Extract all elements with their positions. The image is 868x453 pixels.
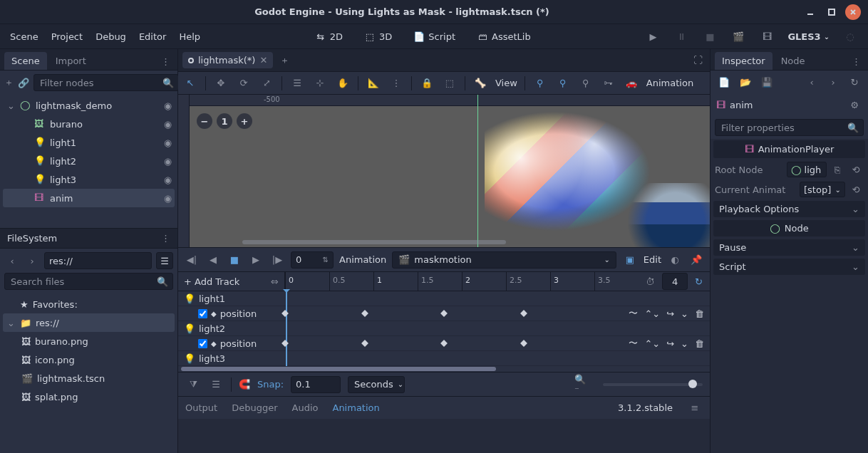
- window-maximize-button[interactable]: [824, 4, 839, 20]
- scene-node-anim[interactable]: 🎞anim◉: [3, 189, 175, 207]
- update-mode-icon[interactable]: 〜: [629, 307, 638, 320]
- animation-menu[interactable]: Animation: [339, 254, 386, 265]
- menu-debug[interactable]: Debug: [95, 31, 126, 42]
- visibility-icon[interactable]: ◉: [164, 193, 172, 204]
- scene-node-burano[interactable]: 🖼burano◉: [3, 115, 175, 133]
- viewport-scrollbar[interactable]: [242, 240, 506, 244]
- mode-script-button[interactable]: 📄 Script: [409, 28, 460, 44]
- history-prev-button[interactable]: ‹: [804, 74, 820, 90]
- mode-assetlib-button[interactable]: 🗃 AssetLib: [472, 28, 535, 44]
- visibility-icon[interactable]: ◉: [164, 100, 172, 111]
- anim-length-value[interactable]: 4: [672, 276, 678, 287]
- stop-button[interactable]: ■: [702, 28, 718, 44]
- new-tab-button[interactable]: ＋: [277, 51, 292, 70]
- keyframe[interactable]: [520, 340, 527, 347]
- track-prop-light2-position[interactable]: ◆position〜⌃⌄↪⌄🗑: [178, 336, 710, 351]
- fs-root[interactable]: ⌄📁res://: [3, 313, 175, 332]
- view-menu[interactable]: View: [495, 78, 517, 88]
- tab-import[interactable]: Import: [48, 52, 93, 70]
- interp-mode-icon[interactable]: ⌃⌄: [644, 308, 660, 319]
- reset-icon[interactable]: ⟲: [848, 182, 864, 197]
- zoom-reset-button[interactable]: 1: [217, 113, 232, 129]
- prop-root-node-value[interactable]: ◯ligh: [787, 162, 827, 177]
- visibility-icon[interactable]: ◉: [164, 175, 172, 185]
- mode-2d-button[interactable]: ⇆ 2D: [311, 28, 347, 44]
- key-insert-button[interactable]: 🗝: [601, 76, 616, 91]
- update-mode-icon[interactable]: 〜: [629, 337, 638, 350]
- instance-button[interactable]: 🔗: [18, 75, 29, 90]
- keyframe[interactable]: [440, 310, 448, 317]
- tab-scene[interactable]: Scene: [4, 52, 47, 70]
- loop-mode-icon[interactable]: ⌄: [681, 308, 688, 319]
- timer-icon[interactable]: ⏱: [646, 276, 655, 287]
- window-minimize-button[interactable]: [802, 4, 818, 20]
- inspector-class-header[interactable]: 🎞 AnimationPlayer: [713, 140, 865, 158]
- object-settings-button[interactable]: ⚙: [847, 97, 862, 113]
- move-tool-button[interactable]: ✥: [213, 76, 229, 91]
- keyframe[interactable]: [361, 340, 368, 347]
- group-button[interactable]: ⬚: [442, 76, 458, 91]
- visibility-icon[interactable]: ◉: [164, 156, 172, 167]
- snap-value[interactable]: 0.1: [296, 379, 311, 390]
- interp-mode-icon[interactable]: ⌃⌄: [644, 338, 660, 349]
- snap-options-button[interactable]: ⋮: [388, 76, 404, 91]
- anim-play-end-button[interactable]: |▶: [269, 252, 285, 268]
- zoom-in-button[interactable]: +: [237, 113, 252, 129]
- anim-play-button[interactable]: ▶: [248, 252, 264, 268]
- pan-tool-button[interactable]: ✋: [335, 76, 351, 91]
- keyframe[interactable]: [440, 340, 448, 347]
- dock-options-icon[interactable]: ⋮: [161, 233, 170, 244]
- distraction-free-button[interactable]: ⛶: [690, 53, 706, 68]
- animation-select-dropdown[interactable]: 🎬 maskmotion ⌄: [392, 251, 616, 269]
- anim-play-rev-button[interactable]: ◀: [205, 252, 221, 268]
- track-enable-checkbox[interactable]: [198, 339, 207, 348]
- fs-search-input[interactable]: [9, 276, 157, 288]
- window-close-button[interactable]: [845, 4, 861, 20]
- history-next-button[interactable]: ›: [825, 74, 841, 90]
- toggle-bottom-panel-button[interactable]: ≡: [687, 400, 703, 416]
- pivot-button[interactable]: ⊹: [312, 76, 328, 91]
- track-enable-checkbox[interactable]: [198, 309, 207, 318]
- play-custom-button[interactable]: 🎞: [759, 28, 775, 44]
- zoom-out-button[interactable]: −: [197, 113, 212, 129]
- fs-file-burano-png[interactable]: 🖼burano.png: [3, 332, 175, 350]
- viewport-anim-menu[interactable]: Animation: [646, 78, 693, 88]
- time-ruler[interactable]: 00.511.522.533.5: [285, 272, 639, 291]
- prop-current-anim-value[interactable]: [stop]⌄: [800, 182, 845, 197]
- renderer-dropdown[interactable]: GLES3 ⌄: [787, 31, 830, 42]
- status-output[interactable]: Output: [185, 402, 217, 413]
- key-rot-button[interactable]: ⚲: [555, 76, 571, 91]
- dock-options-icon[interactable]: ⋮: [158, 53, 173, 70]
- wrap-mode-icon[interactable]: ↪: [666, 338, 674, 349]
- keyframe[interactable]: [361, 310, 368, 317]
- status-debugger[interactable]: Debugger: [232, 402, 277, 413]
- track-node-light2[interactable]: 💡light2: [178, 321, 710, 336]
- bone-button[interactable]: 🦴: [472, 76, 488, 91]
- assign-icon[interactable]: ⎘: [830, 162, 845, 177]
- scene-node-light2[interactable]: 💡light2◉: [3, 152, 175, 170]
- status-audio[interactable]: Audio: [292, 402, 319, 413]
- anim-edit-menu[interactable]: Edit: [644, 254, 661, 265]
- scene-node-light3[interactable]: 💡light3◉: [3, 170, 175, 189]
- onion-skin-button[interactable]: ◐: [667, 252, 683, 268]
- fs-path[interactable]: res://: [49, 256, 73, 266]
- scale-tool-button[interactable]: ⤢: [259, 76, 274, 91]
- time-mode-dropdown[interactable]: Seconds ⌄: [348, 376, 405, 393]
- keyframe[interactable]: [520, 310, 527, 317]
- fs-file-icon-png[interactable]: 🖼icon.png: [3, 350, 175, 369]
- scene-node-lightmask_demo[interactable]: ⌄◯lightmask_demo◉: [3, 96, 175, 115]
- visibility-icon[interactable]: ◉: [164, 119, 172, 130]
- pin-button[interactable]: 📌: [688, 252, 704, 268]
- save-resource-button[interactable]: 💾: [759, 74, 775, 90]
- anim-frame-value[interactable]: 0: [296, 254, 301, 265]
- new-resource-button[interactable]: 📄: [716, 74, 732, 90]
- loop-button[interactable]: ↻: [695, 276, 703, 287]
- dock-options-icon[interactable]: ⋮: [849, 53, 864, 70]
- group-tracks-button[interactable]: ☰: [208, 377, 224, 392]
- menu-help[interactable]: Help: [179, 31, 200, 42]
- chevron-down-icon[interactable]: ⌄: [7, 100, 16, 111]
- stepper-icon[interactable]: ⇅: [323, 256, 329, 264]
- ruler-tool-button[interactable]: 📐: [366, 76, 381, 91]
- menu-scene[interactable]: Scene: [10, 31, 38, 42]
- key-scl-button[interactable]: ⚲: [578, 76, 594, 91]
